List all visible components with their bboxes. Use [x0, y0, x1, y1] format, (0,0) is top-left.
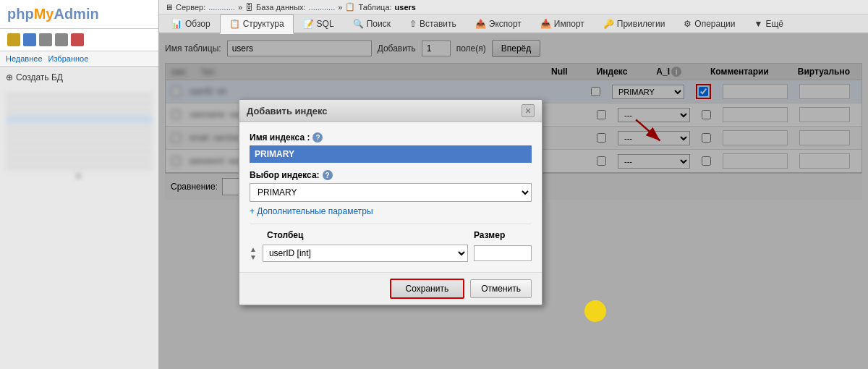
- tab-privileges[interactable]: 🔑 Привилегии: [594, 14, 675, 33]
- advanced-params-link[interactable]: + Дополнительные параметры: [250, 206, 532, 216]
- index-type-label-row: Выбор индекса: ?: [250, 170, 532, 180]
- create-db-button[interactable]: ⊕ Создать БД: [6, 72, 153, 82]
- tab-structure-label: Структура: [243, 19, 284, 29]
- tab-more-icon: ▼: [754, 19, 763, 29]
- add-index-modal: Добавить индекс × Имя индекса : ? PRIMAR…: [239, 99, 542, 305]
- tab-operations-icon: ⚙: [684, 19, 692, 29]
- table-label: Таблица:: [358, 3, 391, 12]
- sidebar-nav: Недавнее Избранное: [0, 51, 158, 67]
- create-db-label: Создать БД: [16, 72, 63, 82]
- table-value: users: [395, 3, 416, 12]
- sep1: »: [238, 3, 242, 12]
- tab-overview[interactable]: 📊 Обзор: [162, 14, 220, 33]
- column-size-input[interactable]: [474, 245, 532, 261]
- list-item[interactable]: [6, 100, 153, 107]
- modal-title: Добавить индекс: [247, 106, 327, 116]
- list-item[interactable]: [6, 148, 153, 155]
- tab-overview-label: Обзор: [185, 19, 210, 29]
- column-header: Столбец: [250, 230, 468, 240]
- modal-close-button[interactable]: ×: [522, 104, 535, 117]
- index-name-input-wrapper[interactable]: PRIMARY: [250, 145, 532, 163]
- logo-text: phpMyAdmin: [7, 6, 99, 22]
- breadcrumb: 🖥 Сервер: ............ » 🗄 База данных: …: [159, 0, 868, 14]
- list-item[interactable]: [6, 132, 153, 139]
- table-icon: 📋: [345, 2, 355, 12]
- modal-footer: Сохранить Отменить: [239, 272, 542, 305]
- list-item[interactable]: [6, 92, 153, 99]
- index-name-help-icon[interactable]: ?: [312, 132, 323, 143]
- list-item[interactable]: [6, 108, 153, 115]
- column-row: ▲ ▼ userID [int]: [250, 245, 532, 262]
- save-label: Сохранить: [406, 284, 449, 294]
- tab-search[interactable]: 🔍 Поиск: [344, 14, 400, 33]
- tab-export-icon: 📤: [475, 19, 486, 29]
- sidebar-create: ⊕ Создать БД: [0, 67, 158, 88]
- list-item[interactable]: [6, 140, 153, 147]
- tab-bar: 📊 Обзор 📋 Структура 📝 SQL 🔍 Поиск ⇧ Вста…: [159, 14, 868, 34]
- tab-search-icon: 🔍: [353, 19, 364, 29]
- tab-structure[interactable]: 📋 Структура: [220, 14, 294, 34]
- sidebar: phpMyAdmin Недавнее Избранное ⊕ Создать …: [0, 0, 159, 369]
- tab-sql[interactable]: 📝 SQL: [294, 14, 344, 33]
- tab-import-icon: 📥: [540, 19, 551, 29]
- tab-structure-icon: 📋: [229, 19, 240, 29]
- sort-arrows[interactable]: ▲ ▼: [250, 245, 257, 261]
- tab-privileges-label: Привилегии: [617, 19, 665, 29]
- sidebar-list: ▶: [0, 88, 158, 182]
- tab-export-label: Экспорт: [489, 19, 522, 29]
- db-label: База данных:: [256, 3, 306, 12]
- nav-recent[interactable]: Недавнее: [6, 54, 43, 63]
- cancel-button[interactable]: Отменить: [470, 279, 532, 298]
- db-icon[interactable]: [23, 33, 36, 46]
- modal-header: Добавить индекс ×: [239, 100, 542, 122]
- sep2: »: [338, 3, 342, 12]
- content-area: Имя таблицы: Добавить поле(я) Вперёд имя…: [159, 34, 868, 369]
- logo: phpMyAdmin: [0, 0, 158, 29]
- tab-insert-label: Вставить: [420, 19, 456, 29]
- index-name-label: Имя индекса : ?: [250, 132, 532, 143]
- tab-export[interactable]: 📤 Экспорт: [466, 14, 531, 33]
- right-panel: 🖥 Сервер: ............ » 🗄 База данных: …: [159, 0, 868, 369]
- list-item[interactable]: [6, 156, 153, 163]
- create-icon: ⊕: [6, 72, 13, 82]
- tab-operations[interactable]: ⚙ Операции: [674, 14, 744, 33]
- tab-overview-icon: 📊: [171, 19, 182, 29]
- info-icon[interactable]: [55, 33, 68, 46]
- tab-privileges-icon: 🔑: [603, 19, 614, 29]
- arrow-up[interactable]: ▲: [250, 245, 257, 253]
- index-type-help-icon[interactable]: ?: [323, 170, 333, 180]
- size-header: Размер: [474, 230, 532, 240]
- arrow-down[interactable]: ▼: [250, 253, 257, 261]
- list-item[interactable]: [6, 124, 153, 131]
- exit-icon[interactable]: [71, 33, 84, 46]
- db-icon: 🗄: [245, 3, 253, 12]
- tab-sql-label: SQL: [317, 19, 334, 29]
- tab-more-label: Ещё: [765, 19, 783, 29]
- tab-import-label: Импорт: [554, 19, 584, 29]
- tab-insert-icon: ⇧: [409, 19, 417, 29]
- settings-icon[interactable]: [39, 33, 52, 46]
- tab-import[interactable]: 📥 Импорт: [531, 14, 594, 33]
- index-type-select[interactable]: PRIMARY UNIQUE INDEX FULLTEXT: [250, 183, 532, 202]
- logo-my: My: [34, 6, 54, 22]
- home-icon[interactable]: [7, 33, 20, 46]
- column-select[interactable]: userID [int]: [263, 245, 468, 262]
- scroll-arrow[interactable]: ▶: [6, 171, 153, 179]
- tab-search-label: Поиск: [367, 19, 391, 29]
- col-headers: Столбец Размер: [250, 224, 532, 240]
- logo-php: php: [7, 6, 34, 22]
- server-link[interactable]: ............: [208, 3, 235, 12]
- tab-more[interactable]: ▼ Ещё: [745, 14, 793, 33]
- db-link[interactable]: ............: [309, 3, 336, 12]
- tab-sql-icon: 📝: [303, 19, 314, 29]
- index-type-label: Выбор индекса:: [250, 170, 320, 180]
- tab-insert[interactable]: ⇧ Вставить: [400, 14, 466, 33]
- index-name-value: PRIMARY: [255, 149, 294, 159]
- save-button[interactable]: Сохранить: [390, 279, 465, 299]
- nav-favorites[interactable]: Избранное: [48, 54, 89, 63]
- list-item-active[interactable]: [6, 116, 153, 123]
- server-icon: 🖥: [165, 3, 173, 12]
- list-item[interactable]: [6, 164, 153, 171]
- modal-body: Имя индекса : ? PRIMARY Выбор индекса: ?…: [239, 122, 542, 272]
- tab-operations-label: Операции: [694, 19, 735, 29]
